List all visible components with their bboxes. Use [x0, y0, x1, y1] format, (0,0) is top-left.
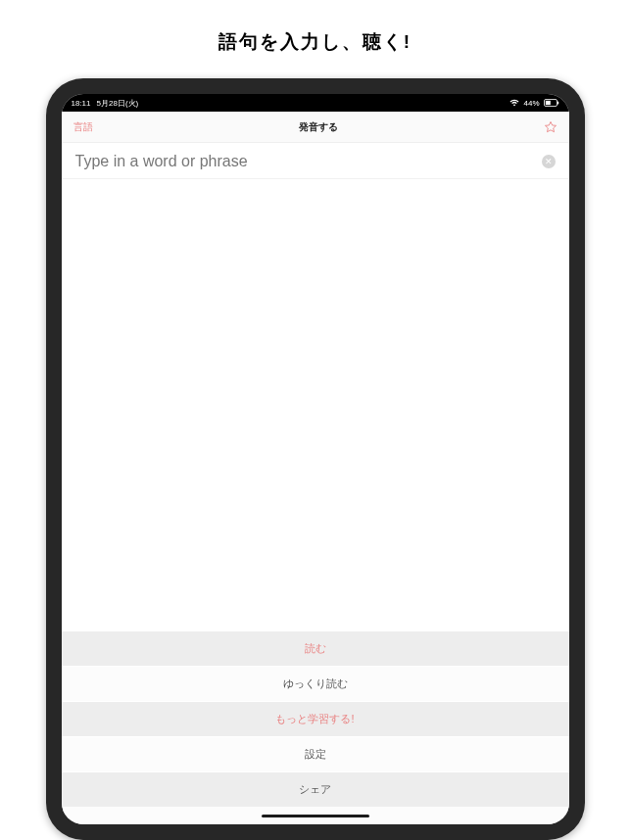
nav-title: 発音する	[299, 120, 338, 134]
status-battery-text: 44%	[523, 99, 539, 108]
learn-more-button[interactable]: もっと学習する!	[62, 701, 569, 736]
star-icon	[544, 120, 557, 134]
screen: 18:11 5月28日(火) 44% 言語 発音する	[62, 94, 569, 824]
wifi-icon	[509, 99, 519, 107]
page-heading: 語句を入力し、聴く!	[218, 29, 412, 55]
settings-button[interactable]: 設定	[62, 736, 569, 771]
clear-button[interactable]: ✕	[542, 155, 556, 168]
battery-icon	[544, 99, 559, 107]
tablet-frame: 18:11 5月28日(火) 44% 言語 発音する	[46, 78, 585, 840]
close-icon: ✕	[545, 158, 553, 166]
svg-rect-1	[545, 101, 550, 105]
favorite-button[interactable]	[544, 120, 557, 134]
phrase-input[interactable]	[75, 153, 542, 170]
home-indicator[interactable]	[262, 815, 369, 817]
status-date: 5月28日(火)	[97, 98, 139, 109]
share-button[interactable]: シェア	[62, 771, 569, 807]
svg-rect-2	[557, 102, 558, 105]
nav-bar: 言語 発音する	[62, 112, 569, 143]
status-bar: 18:11 5月28日(火) 44%	[62, 94, 569, 112]
home-indicator-area	[62, 807, 569, 824]
read-button[interactable]: 読む	[62, 630, 569, 666]
read-slow-button[interactable]: ゆっくり読む	[62, 666, 569, 701]
action-list: 読む ゆっくり読む もっと学習する! 設定 シェア	[62, 630, 569, 807]
language-button[interactable]: 言語	[73, 120, 93, 134]
content-area	[62, 179, 569, 630]
input-row: ✕	[62, 143, 569, 179]
status-time: 18:11	[72, 99, 91, 108]
